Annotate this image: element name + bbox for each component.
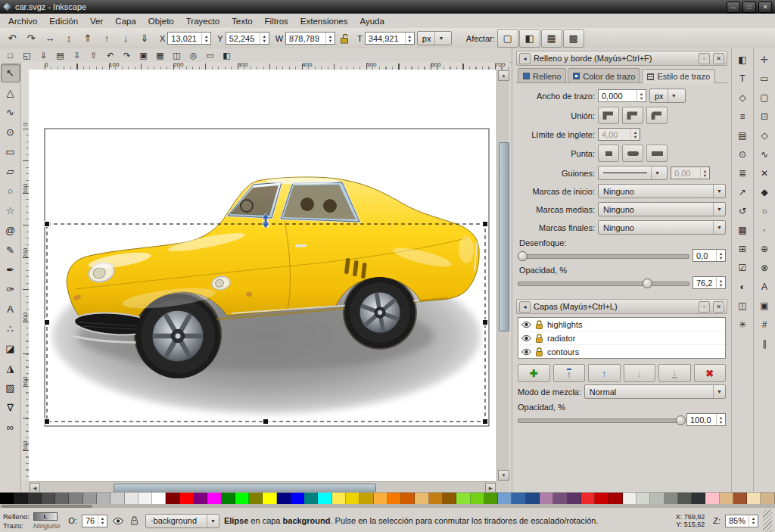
palette-swatch-54[interactable] [747,493,761,504]
palette-swatch-48[interactable] [665,493,678,504]
opacity-slider-thumb[interactable] [643,278,652,288]
canvas[interactable] [29,70,496,481]
dash-pattern-select[interactable]: ▼ [598,166,668,180]
palette-swatch-2[interactable] [28,493,42,504]
palette-swatch-35[interactable] [484,493,498,504]
palette-swatch-3[interactable] [42,493,55,504]
palette-swatch-30[interactable] [415,493,428,504]
tool-selector[interactable]: ↖ [1,64,20,82]
join-miter-button[interactable] [598,107,619,124]
object-opacity-input[interactable]: 76▲▼ [82,515,107,527]
palette-swatch-1[interactable] [14,493,27,504]
fill-stroke-dialog-icon[interactable]: ◧ [733,51,752,68]
palette-swatch-45[interactable] [623,493,636,504]
menu-edición[interactable]: Edición [43,14,84,28]
palette-swatch-49[interactable] [678,493,692,504]
lock-icon[interactable] [535,320,543,329]
snap-paths-toggle[interactable]: ∿ [755,145,774,163]
palette-swatch-14[interactable] [194,493,207,504]
flip-horizontal-button[interactable]: ↔ [41,30,59,47]
tool-gradient[interactable]: ▨ [1,378,20,397]
lock-icon[interactable] [535,347,543,356]
snap-bbox-toggle[interactable]: ▭ [755,70,774,87]
lower-layer-button[interactable]: ↓ [624,364,656,382]
tool-spiral[interactable]: @ [1,221,20,240]
stroke-width-unit-select[interactable]: px▼ [649,89,686,103]
tool-node-editor[interactable]: △ [1,83,20,102]
layer-opacity-input[interactable]: 100,0▲▼ [686,413,726,426]
cap-square-button[interactable] [646,145,668,162]
zoom-input[interactable]: 85%▲▼ [725,515,758,527]
add-layer-button[interactable]: ✚ [518,364,550,382]
markers-end-select[interactable]: Ninguno▼ [598,220,726,235]
tool-rectangle[interactable]: ▭ [1,142,20,161]
palette-swatch-44[interactable] [608,493,622,504]
spinner[interactable]: ▲▼ [260,33,269,44]
palette-swatch-12[interactable] [166,493,179,504]
undo-history-icon[interactable]: ↺ [733,202,752,219]
document-properties-icon[interactable]: ▤ [733,126,752,144]
align-dialog-icon[interactable]: ≡ [733,107,752,125]
x-input[interactable]: 13,021▲▼ [167,32,211,45]
layers-list[interactable]: highlights radiator contours [518,317,726,359]
paste-button[interactable]: ▦ [152,49,168,61]
palette-swatch-42[interactable] [581,493,595,504]
maximize-button[interactable]: □ [742,2,756,13]
menu-trayecto[interactable]: Trayecto [180,14,226,28]
eye-icon[interactable] [521,348,531,356]
palette-swatch-50[interactable] [692,493,705,504]
lock-ratio-toggle[interactable] [338,32,351,45]
tool-3d-box[interactable]: ▱ [1,162,20,181]
palette-swatch-23[interactable] [318,493,331,504]
undo-button[interactable]: ↶ [102,49,118,61]
horizontal-scrollbar[interactable]: ◀ ▶ [29,481,496,492]
tool-zoom[interactable]: ⊙ [1,123,20,142]
xml-editor-icon[interactable]: ◇ [733,89,752,106]
opacity-slider[interactable] [518,277,689,288]
palette-swatch-39[interactable] [540,493,553,504]
lower-layer-to-bottom-button[interactable]: ↓ [658,364,691,382]
palette-swatch-22[interactable] [304,493,318,504]
fill-stroke-dialog-header[interactable]: ◂ Relleno y borde (Mayús+Ctrl+F) ▫ ✕ [516,51,727,66]
fill-swatch[interactable]: L [33,512,58,521]
tool-dropper[interactable]: ∇ [1,398,20,417]
flip-vertical-button[interactable]: ↕ [60,30,78,47]
dialog-close-button[interactable]: ✕ [713,301,724,313]
palette-swatch-43[interactable] [595,493,608,504]
rotate-cw-button[interactable]: ↷ [22,30,40,47]
move-patterns-toggle[interactable]: ▩ [563,30,584,48]
menu-extensiones[interactable]: Extensiones [294,14,354,28]
redo-button[interactable]: ↷ [119,49,135,61]
menu-texto[interactable]: Texto [226,14,259,28]
dialog-float-button[interactable]: ▫ [699,301,710,313]
snap-object-centers-toggle[interactable]: ⊕ [755,240,774,257]
markers-start-select[interactable]: Ninguno▼ [598,184,726,198]
dialog-float-button[interactable]: ▫ [699,53,710,64]
dialog-collapse-button[interactable]: ◂ [519,53,531,64]
lock-icon[interactable] [535,334,543,343]
palette-swatch-4[interactable] [55,493,69,504]
layer-row[interactable]: contours [518,345,725,359]
snap-cusp-nodes-toggle[interactable]: ◆ [755,183,774,201]
palette-swatch-51[interactable] [705,493,719,504]
palette-swatch-52[interactable] [720,493,733,504]
blur-input[interactable]: 0,0▲▼ [693,249,726,262]
join-round-button[interactable] [622,107,643,124]
export-button[interactable]: ⇧ [86,49,101,61]
snap-smooth-nodes-toggle[interactable]: ○ [755,202,774,219]
snap-nodes-toggle[interactable]: ◇ [755,126,774,144]
tool-pen[interactable]: ✒ [1,260,20,279]
tool-ellipse[interactable]: ○ [1,182,20,201]
import-button[interactable]: ⇩ [69,49,85,61]
blur-slider[interactable] [518,250,689,261]
save-button[interactable]: ⇓ [36,49,51,61]
palette-swatch-6[interactable] [83,493,97,504]
close-button[interactable]: ✕ [758,2,772,13]
snap-page-border-toggle[interactable]: ▣ [755,297,774,314]
palette-swatch-10[interactable] [139,493,152,504]
delete-layer-button[interactable]: ✖ [694,364,727,382]
palette-swatch-21[interactable] [291,493,304,504]
layer-opacity-slider-thumb[interactable] [676,415,686,425]
menu-ver[interactable]: Ver [84,14,109,28]
tool-paint-bucket[interactable]: ◮ [1,359,20,378]
